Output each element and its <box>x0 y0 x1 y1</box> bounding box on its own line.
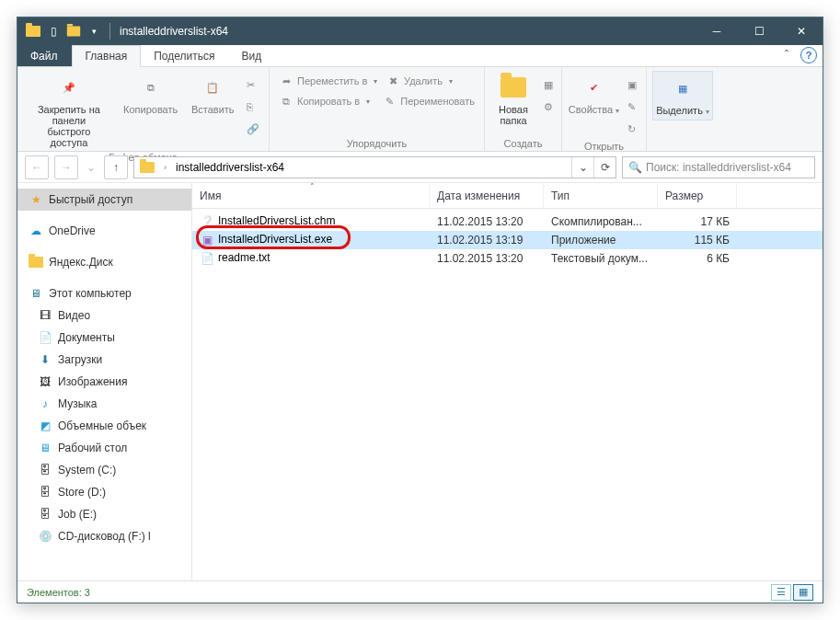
open-icon[interactable]: ▣ <box>624 75 640 95</box>
address-bar[interactable]: › installeddriverslist-x64 ⌄ ⟳ <box>133 156 616 178</box>
sidebar-item-downloads[interactable]: ⬇Загрузки <box>17 349 191 371</box>
titlebar: ▯ ▾ installeddriverslist-x64 ─ ☐ ✕ <box>17 17 823 45</box>
tab-share[interactable]: Поделиться <box>141 45 228 66</box>
copy-to-button[interactable]: ⧉Копировать в <box>275 91 378 111</box>
ribbon: 📌 Закрепить на панели быстрого доступа ⧉… <box>17 67 823 152</box>
navigation-pane: ★Быстрый доступ ☁OneDrive Яндекс.Диск 🖥Э… <box>17 183 192 580</box>
sidebar-item-music[interactable]: ♪Музыка <box>17 393 191 415</box>
qat-properties-icon[interactable]: ▯ <box>43 21 63 41</box>
nav-back-button[interactable]: ← <box>25 155 49 179</box>
objects-icon: ◩ <box>38 419 52 433</box>
nav-history-button[interactable]: ⌄ <box>84 155 98 179</box>
view-large-button[interactable]: ▦ <box>793 584 813 601</box>
sidebar-item-yandex[interactable]: Яндекс.Диск <box>17 251 191 273</box>
help-icon[interactable]: ? <box>800 47 817 63</box>
status-bar: Элементов: 3 ☰ ▦ <box>17 580 823 603</box>
pin-quickaccess-icon: 📌 <box>54 73 84 102</box>
copy-button[interactable]: ⧉ Копировать <box>119 71 183 117</box>
sidebar-item-pictures[interactable]: 🖼Изображения <box>17 371 191 393</box>
pc-icon: 🖥 <box>29 286 43 301</box>
chm-file-icon: ❔ <box>200 214 214 229</box>
ribbon-collapse-icon[interactable]: ˆ <box>778 47 795 63</box>
desktop-icon: 🖥 <box>38 441 52 455</box>
view-details-button[interactable]: ☰ <box>771 584 791 601</box>
delete-button[interactable]: ✖Удалить <box>382 71 474 91</box>
properties-check-icon: ✔ <box>580 73 609 102</box>
status-count: Элементов: 3 <box>27 587 90 598</box>
file-list: ❔InstalledDriversList.chm 11.02.2015 13:… <box>192 209 823 580</box>
delete-icon: ✖ <box>385 74 400 88</box>
properties-label: Свойства <box>569 104 619 117</box>
drive-e-icon: 🗄 <box>38 507 52 522</box>
tab-view[interactable]: Вид <box>228 45 275 66</box>
sidebar-item-quickaccess[interactable]: ★Быстрый доступ <box>17 189 191 211</box>
select-button[interactable]: ▦ Выделить <box>652 71 713 121</box>
sidebar-item-documents[interactable]: 📄Документы <box>17 327 191 349</box>
titlebar-separator <box>109 23 110 40</box>
easy-access-icon[interactable]: ⚙ <box>540 97 557 117</box>
window-title: installeddriverslist-x64 <box>120 25 228 38</box>
column-header-date[interactable]: Дата изменения <box>430 183 544 208</box>
optical-icon: 💿 <box>38 529 52 544</box>
copy-path-icon[interactable]: ⎘ <box>243 97 263 117</box>
breadcrumb-chevron-icon[interactable]: › <box>160 163 170 172</box>
qat-customize-icon[interactable]: ▾ <box>84 21 104 41</box>
sidebar-item-desktop[interactable]: 🖥Рабочий стол <box>17 437 191 459</box>
breadcrumb-root[interactable] <box>134 162 160 173</box>
pin-quickaccess-button[interactable]: 📌 Закрепить на панели быстрого доступа <box>23 71 115 150</box>
rename-button[interactable]: ✎Переименовать <box>378 91 478 111</box>
address-refresh-icon[interactable]: ⟳ <box>593 157 616 178</box>
sidebar-item-drive-f[interactable]: 💿CD-дисковод (F:) l <box>17 525 191 547</box>
nav-forward-button[interactable]: → <box>54 155 78 179</box>
file-row[interactable]: ❔InstalledDriversList.chm 11.02.2015 13:… <box>192 212 823 231</box>
star-icon: ★ <box>29 192 43 207</box>
maximize-button[interactable]: ☐ <box>738 17 780 45</box>
close-button[interactable]: ✕ <box>780 17 823 45</box>
paste-shortcut-icon[interactable]: 🔗 <box>243 119 263 139</box>
cut-icon[interactable]: ✂ <box>243 75 263 95</box>
paste-label: Вставить <box>191 104 235 115</box>
history-icon[interactable]: ↻ <box>624 119 640 139</box>
pictures-icon: 🖼 <box>38 374 52 389</box>
file-row[interactable]: 📄readme.txt 11.02.2015 13:20 Текстовый д… <box>192 249 823 268</box>
paste-button[interactable]: 📋 Вставить <box>187 71 239 117</box>
explorer-window: ▯ ▾ installeddriverslist-x64 ─ ☐ ✕ Файл … <box>17 17 823 603</box>
breadcrumb-folder[interactable]: installeddriverslist-x64 <box>170 161 290 174</box>
group-new-label: Создать <box>490 136 556 149</box>
sidebar-item-3d[interactable]: ◩Объемные объек <box>17 415 191 437</box>
pin-quickaccess-label: Закрепить на панели быстрого доступа <box>29 104 109 148</box>
search-input[interactable]: 🔍 Поиск: installeddriverslist-x64 <box>622 156 815 178</box>
copy-icon: ⧉ <box>136 73 166 102</box>
move-to-button[interactable]: ➦Переместить в <box>275 71 382 91</box>
select-label: Выделить <box>656 105 709 118</box>
file-row[interactable]: ▣InstalledDriversList.exe 11.02.2015 13:… <box>192 231 823 249</box>
breadcrumb-folder-icon <box>140 162 155 173</box>
content-area: ˄ Имя Дата изменения Тип Размер ❔Install… <box>192 183 823 580</box>
sidebar-item-onedrive[interactable]: ☁OneDrive <box>17 220 191 242</box>
tab-file[interactable]: Файл <box>17 45 72 66</box>
sidebar-item-pc[interactable]: 🖥Этот компьютер <box>17 282 191 304</box>
new-folder-button[interactable]: Новая папка <box>490 71 536 128</box>
new-item-icon[interactable]: ▦ <box>540 75 557 95</box>
column-header-size[interactable]: Размер <box>658 183 737 208</box>
tab-home[interactable]: Главная <box>72 45 142 67</box>
column-header-type[interactable]: Тип <box>544 183 658 208</box>
sidebar-item-drive-c[interactable]: 🗄System (C:) <box>17 459 191 481</box>
search-placeholder: Поиск: installeddriverslist-x64 <box>646 161 791 174</box>
address-row: ← → ⌄ ↑ › installeddriverslist-x64 ⌄ ⟳ 🔍… <box>17 152 823 183</box>
copy-to-icon: ⧉ <box>279 94 293 109</box>
rename-icon: ✎ <box>382 94 397 109</box>
sidebar-item-videos[interactable]: 🎞Видео <box>17 304 191 327</box>
edit-icon[interactable]: ✎ <box>624 97 640 117</box>
minimize-button[interactable]: ─ <box>696 17 738 45</box>
properties-button[interactable]: ✔ Свойства <box>568 71 620 119</box>
nav-up-button[interactable]: ↑ <box>104 155 128 179</box>
sidebar-item-drive-d[interactable]: 🗄Store (D:) <box>17 481 191 503</box>
copy-label: Копировать <box>123 104 178 115</box>
downloads-icon: ⬇ <box>38 352 52 367</box>
yandex-icon <box>29 255 43 270</box>
paste-icon: 📋 <box>198 73 227 102</box>
qat-newfolder-icon[interactable] <box>63 21 84 41</box>
address-dropdown-icon[interactable]: ⌄ <box>571 157 593 178</box>
sidebar-item-drive-e[interactable]: 🗄Job (E:) <box>17 503 191 525</box>
